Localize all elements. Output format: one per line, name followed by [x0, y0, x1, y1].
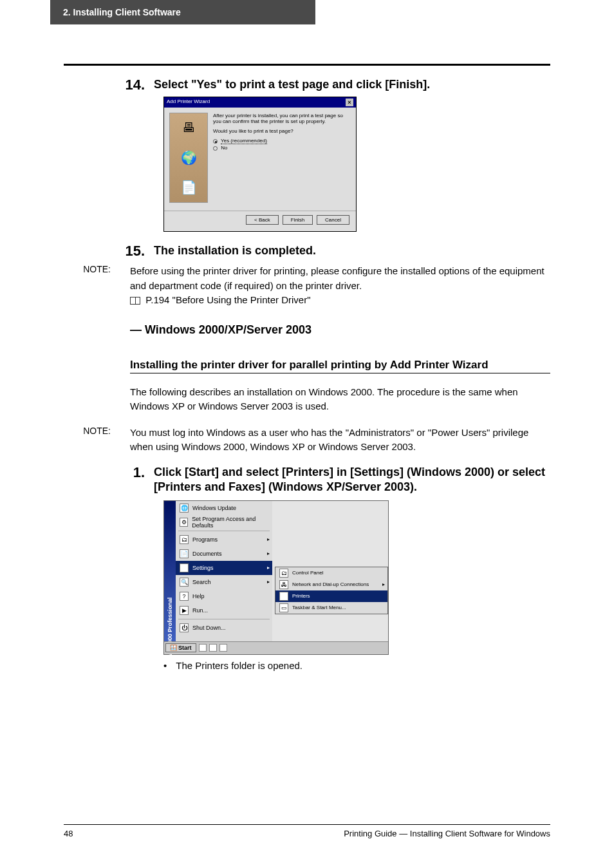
menu-windows-update[interactable]: 🌐Windows Update [176, 501, 272, 515]
apw-button-row: < Back Finish Cancel [164, 211, 356, 231]
run-icon: ▶ [180, 606, 189, 615]
cancel-button[interactable]: Cancel [317, 215, 349, 225]
note-body: You must log into Windows as a user who … [130, 426, 550, 455]
close-icon[interactable]: × [346, 99, 353, 106]
step-15-row: 15. The installation is completed. [64, 243, 550, 259]
submenu-control-panel[interactable]: 🗂Control Panel [275, 567, 387, 579]
step-1-text: Click [Start] and select [Printers] in [… [154, 465, 550, 495]
power-icon: ⏻ [180, 623, 189, 632]
page-number: 48 [64, 829, 73, 838]
apw-title-bar: Add Printer Wizard × [164, 97, 356, 108]
body-paragraph: The following describes an installation … [130, 385, 550, 414]
help-icon: ? [180, 592, 189, 601]
step-15-number: 15. [64, 243, 154, 259]
menu-label: Programs [192, 536, 218, 543]
header-tab: 2. Installing Client Software [50, 0, 315, 24]
back-button[interactable]: < Back [246, 215, 279, 225]
quick-launch-icon[interactable] [209, 644, 217, 652]
start-label: Start [178, 645, 192, 651]
submenu-network[interactable]: 🖧Network and Dial-up Connections [275, 579, 387, 590]
radio-yes-label: Yes (recommended) [221, 138, 267, 144]
radio-no-label: No [221, 145, 227, 151]
radio-no[interactable]: No [213, 145, 351, 151]
quick-launch-icon[interactable] [219, 644, 227, 652]
menu-label: Run... [192, 607, 208, 614]
note-label: NOTE: [64, 426, 130, 455]
start-menu-strip: Windows 2000 Professional [164, 501, 176, 641]
menu-label: Documents [192, 551, 222, 557]
install-heading: Installing the printer driver for parall… [130, 359, 550, 373]
apw-message-area: After your printer is installed, you can… [213, 113, 351, 205]
step-14-text: Select "Yes" to print a test page and cl… [154, 77, 430, 93]
submenu-label: Printers [292, 593, 310, 599]
folder-icon: 🗂 [180, 535, 189, 544]
printer-icon: 🖶 [182, 120, 195, 135]
taskbar: 🪟Start [164, 641, 388, 654]
start-button[interactable]: 🪟Start [165, 643, 196, 652]
menu-label: Set Program Access and Defaults [192, 516, 272, 529]
menu-search[interactable]: 🔍Search [176, 575, 272, 589]
menu-shut-down[interactable]: ⏻Shut Down... [176, 621, 272, 635]
menu-separator [178, 531, 270, 531]
taskbar-icon: ▭ [279, 603, 288, 612]
wizard-graphic: 🖶 🌍 📄 [169, 113, 208, 203]
step-1-row: 1. Click [Start] and select [Printers] i… [64, 465, 550, 495]
menu-label: Settings [192, 565, 214, 571]
settings-submenu: 🗂Control Panel 🖧Network and Dial-up Conn… [275, 567, 388, 614]
menu-documents[interactable]: 📄Documents [176, 547, 272, 561]
apw-body: 🖶 🌍 📄 After your printer is installed, y… [164, 108, 356, 211]
step-14-number: 14. [64, 77, 154, 93]
globe-icon: 🌐 [180, 504, 189, 513]
menu-run[interactable]: ▶Run... [176, 603, 272, 618]
book-icon [130, 297, 140, 305]
menu-label: Help [192, 593, 205, 599]
quick-launch-icon[interactable] [199, 644, 207, 652]
menu-label: Search [192, 579, 211, 585]
menu-settings[interactable]: ⚙Settings [176, 561, 272, 575]
menu-separator [178, 619, 270, 619]
menu-programs[interactable]: 🗂Programs [176, 533, 272, 547]
gear-icon: ⚙ [180, 563, 189, 572]
apw-title-text: Add Printer Wizard [167, 99, 210, 106]
windows-icon: 🪟 [170, 645, 177, 651]
search-icon: 🔍 [180, 578, 189, 587]
apw-message-1: After your printer is installed, you can… [213, 113, 351, 124]
page-footer: 48 Printing Guide — Installing Client So… [64, 824, 550, 838]
control-panel-icon: 🗂 [279, 569, 288, 578]
printer-icon: 🖨 [279, 592, 288, 601]
step-14-row: 14. Select "Yes" to print a test page an… [64, 77, 550, 93]
menu-help[interactable]: ?Help [176, 589, 272, 603]
finish-button[interactable]: Finish [283, 215, 313, 225]
note-reference: P.194 "Before Using the Printer Driver" [145, 294, 310, 305]
globe-icon: 🌍 [181, 150, 197, 165]
menu-set-program-access[interactable]: ⚙Set Program Access and Defaults [176, 515, 272, 529]
content-area: 14. Select "Yes" to print a test page an… [64, 77, 550, 671]
note-block-2: NOTE: You must log into Windows as a use… [64, 426, 550, 455]
submenu-label: Taskbar & Start Menu... [292, 605, 346, 610]
submenu-label: Control Panel [292, 570, 323, 576]
page-icon: 📄 [181, 180, 197, 195]
document-icon: 📄 [180, 549, 189, 558]
add-printer-wizard-screenshot: Add Printer Wizard × 🖶 🌍 📄 After your pr… [163, 97, 550, 232]
note-block-1: NOTE: Before using the printer driver fo… [64, 264, 550, 308]
submenu-taskbar[interactable]: ▭Taskbar & Start Menu... [275, 602, 387, 614]
submenu-label: Network and Dial-up Connections [292, 581, 369, 587]
radio-icon [213, 139, 218, 144]
os-heading: — Windows 2000/XP/Server 2003 [130, 323, 550, 337]
bullet-text: The Printers folder is opened. [176, 660, 302, 671]
step-15-text: The installation is completed. [154, 243, 316, 259]
step-1-number: 1. [64, 465, 154, 495]
bullet-line: • The Printers folder is opened. [163, 660, 550, 671]
start-menu-strip-text: Windows 2000 Professional [167, 597, 173, 673]
note-label: NOTE: [64, 264, 130, 308]
menu-label: Shut Down... [192, 625, 226, 631]
network-icon: 🖧 [279, 580, 288, 589]
apw-dialog: Add Printer Wizard × 🖶 🌍 📄 After your pr… [163, 97, 357, 232]
footer-title: Printing Guide — Installing Client Softw… [344, 829, 550, 838]
submenu-printers[interactable]: 🖨Printers [275, 590, 387, 602]
radio-yes[interactable]: Yes (recommended) [213, 138, 351, 144]
note-body: Before using the printer driver for prin… [130, 264, 550, 308]
start-menu-items: 🌐Windows Update ⚙Set Program Access and … [176, 501, 272, 641]
radio-icon [213, 146, 218, 151]
menu-label: Windows Update [192, 505, 236, 511]
